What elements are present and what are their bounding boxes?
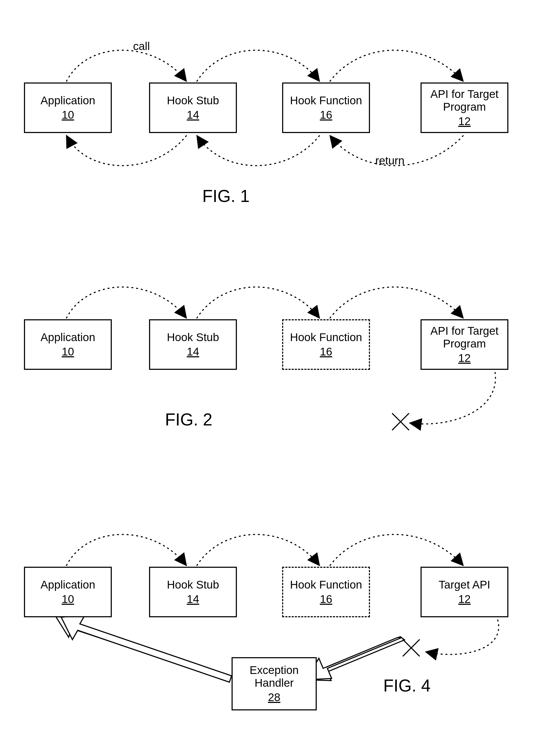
fig2-target-api-box: API for Target Program 12 [421, 319, 508, 370]
box-number: 14 [187, 593, 199, 606]
fig1-title: FIG. 1 [202, 186, 250, 206]
box-number: 14 [187, 346, 199, 358]
fig2-broken-icon [389, 410, 413, 434]
box-label: Application [39, 331, 97, 344]
fig2-hook-function-box: Hook Function 16 [282, 319, 370, 370]
box-number: 10 [62, 346, 74, 358]
fig1-return-label: return [375, 154, 405, 167]
box-number: 16 [320, 346, 332, 358]
box-label: Exception Handler [233, 664, 316, 690]
box-label: Hook Stub [165, 94, 221, 107]
box-number: 16 [320, 109, 332, 121]
fig1-application-box: Application 10 [24, 83, 112, 133]
box-label: Hook Function [289, 578, 364, 591]
fig4-exception-handler-box: Exception Handler 28 [232, 657, 317, 710]
box-label: Hook Stub [165, 578, 221, 591]
box-label: API for Target Program [422, 88, 507, 114]
fig4-hook-function-box: Hook Function 16 [282, 567, 370, 617]
fig2-hook-stub-box: Hook Stub 14 [149, 319, 237, 370]
box-number: 12 [458, 352, 471, 365]
box-number: 12 [458, 115, 471, 128]
box-number: 10 [62, 109, 74, 121]
box-number: 10 [62, 593, 74, 606]
box-label: Hook Stub [165, 331, 221, 344]
box-label: Application [39, 578, 97, 591]
fig4-title: FIG. 4 [383, 676, 431, 695]
box-number: 16 [320, 593, 332, 606]
fig1-target-api-box: API for Target Program 12 [421, 83, 508, 133]
page: Application 10 Hook Stub 14 Hook Functio… [0, 0, 560, 737]
box-label: Hook Function [289, 94, 364, 107]
box-label: Application [39, 94, 97, 107]
fig2-title: FIG. 2 [165, 410, 212, 429]
fig1-call-label: call [133, 40, 150, 53]
box-number: 28 [268, 691, 281, 704]
fig1-hook-function-box: Hook Function 16 [282, 83, 370, 133]
svg-marker-0 [61, 615, 232, 682]
box-number: 12 [458, 593, 471, 606]
svg-marker-1 [306, 637, 402, 680]
fig4-target-api-box: Target API 12 [421, 567, 508, 617]
fig4-broken-icon [399, 636, 423, 660]
fig1-hook-stub-box: Hook Stub 14 [149, 83, 237, 133]
box-label: Target API [437, 578, 492, 591]
fig2-application-box: Application 10 [24, 319, 112, 370]
box-label: Hook Function [289, 331, 364, 344]
fig4-application-box: Application 10 [24, 567, 112, 617]
box-number: 14 [187, 109, 199, 121]
box-label: API for Target Program [422, 325, 507, 351]
fig4-hook-stub-box: Hook Stub 14 [149, 567, 237, 617]
